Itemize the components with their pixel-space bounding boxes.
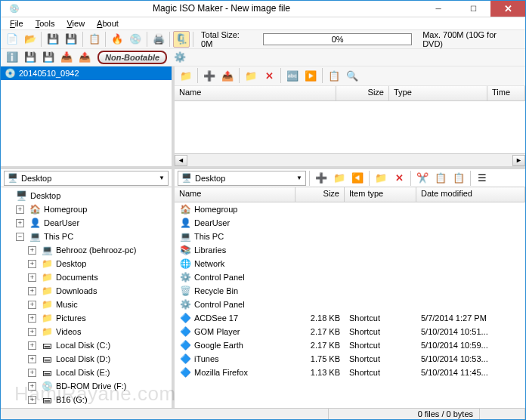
tree-item[interactable]: Desktop (1, 189, 172, 202)
list-item[interactable]: ACDSee 172.18 KBShortcut5/7/2014 1:27 PM (175, 311, 525, 325)
rename-button[interactable]: 🔤 (284, 67, 301, 84)
up-folder-button[interactable]: 📁 (178, 67, 194, 84)
bootinfo-button[interactable]: ℹ️ (4, 49, 20, 66)
open-button[interactable]: 📂 (22, 31, 39, 48)
expand-icon[interactable]: + (28, 260, 36, 268)
extract-button[interactable]: 📤 (219, 67, 236, 84)
tree-item[interactable]: −This PC (1, 230, 172, 243)
tree-item[interactable]: +Documents (1, 270, 172, 284)
col-type[interactable]: Type (389, 86, 487, 100)
list-item[interactable]: DearUser (175, 216, 525, 230)
tree-item[interactable]: +Homegroup (1, 202, 172, 216)
expand-icon[interactable]: + (28, 382, 36, 391)
fs-tree-body[interactable]: Desktop+Homegroup+DearUser−This PC+Behro… (1, 187, 172, 408)
expand-icon[interactable]: − (16, 233, 24, 241)
expand-icon[interactable]: + (28, 273, 36, 282)
tree-item[interactable]: +Music (1, 298, 172, 311)
delete-fs-button[interactable]: ✕ (391, 170, 407, 187)
back-button[interactable]: ◀️ (349, 170, 366, 187)
up-button[interactable]: 📁 (331, 170, 348, 187)
col-name[interactable]: Name (175, 86, 336, 100)
new-button[interactable]: 📄 (4, 31, 20, 48)
expand-icon[interactable]: + (28, 314, 36, 323)
list-item[interactable]: Libraries (175, 243, 525, 257)
list-item[interactable]: Recycle Bin (175, 284, 525, 298)
chevron-down-icon[interactable]: ▼ (159, 174, 165, 181)
maximize-button[interactable]: ☐ (456, 1, 490, 17)
view-button[interactable]: ▶️ (302, 67, 319, 84)
menu-view[interactable]: View (62, 17, 89, 29)
col-name[interactable]: Name (175, 187, 295, 202)
list-item[interactable]: Network (175, 257, 525, 270)
new-folder-button[interactable]: 📁 (243, 67, 259, 84)
col-itemtype[interactable]: Item type (345, 187, 416, 202)
print-button[interactable]: 🖨️ (150, 31, 167, 48)
fs-list-body[interactable]: HomegroupDearUserThis PCLibrariesNetwork… (175, 202, 525, 408)
boot-badge[interactable]: Non-Bootable (97, 51, 167, 64)
scroll-right-icon[interactable]: ► (512, 155, 525, 166)
scroll-left-icon[interactable]: ◄ (175, 155, 187, 166)
list-item[interactable]: Control Panel (175, 270, 525, 284)
col-date[interactable]: Date modified (416, 187, 525, 202)
list-item[interactable]: Google Earth2.17 KBShortcut5/10/2014 10:… (175, 338, 525, 352)
list-item[interactable]: Control Panel (175, 298, 525, 311)
paste-button[interactable]: 📋 (450, 170, 467, 187)
col-time[interactable]: Time (487, 86, 525, 100)
tree-item[interactable]: +Desktop (1, 257, 172, 270)
cd-button[interactable]: 💿 (127, 31, 144, 48)
compress-button[interactable]: 🗜️ (173, 31, 190, 48)
floppy-a-button[interactable]: 💾 (22, 49, 39, 66)
list-item[interactable]: iTunes1.75 KBShortcut5/10/2014 10:53... (175, 352, 525, 366)
copy-button[interactable]: 📋 (432, 170, 449, 187)
expand-icon[interactable]: + (28, 328, 36, 336)
close-button[interactable]: ✕ (490, 1, 525, 17)
save-boot-button[interactable]: 📤 (76, 49, 93, 66)
save-button[interactable]: 💾 (45, 31, 61, 48)
tree-item[interactable]: +Local Disk (E:) (1, 366, 172, 379)
tree-item[interactable]: +Local Disk (D:) (1, 352, 172, 366)
cut-button[interactable]: ✂️ (414, 170, 431, 187)
menu-file[interactable]: File (5, 17, 28, 29)
expand-icon[interactable]: + (28, 246, 36, 255)
delete-button[interactable]: ✕ (261, 67, 277, 84)
list-item[interactable]: GOM Player2.17 KBShortcut5/10/2014 10:51… (175, 325, 525, 338)
chevron-down-icon[interactable]: ▼ (296, 174, 302, 181)
tree-item[interactable]: +BD-ROM Drive (F:) (1, 379, 172, 393)
expand-icon[interactable]: + (28, 369, 36, 377)
saveas-button[interactable]: 💾 (63, 31, 79, 48)
image-list-hscroll[interactable]: ◄ ► (175, 153, 525, 166)
list-view-button[interactable]: ☰ (474, 170, 490, 187)
new-folder-fs-button[interactable]: 📁 (373, 170, 389, 187)
burn-button[interactable]: 🔥 (109, 31, 125, 48)
tree-item[interactable]: +Pictures (1, 311, 172, 325)
expand-icon[interactable]: + (16, 205, 24, 214)
tree-item[interactable]: +Videos (1, 325, 172, 338)
load-boot-button[interactable]: 📥 (58, 49, 75, 66)
tree-item[interactable]: +Local Disk (C:) (1, 338, 172, 352)
tree-item[interactable]: +Behrooz (behrooz-pc) (1, 243, 172, 257)
list-item[interactable]: Mozilla Firefox1.13 KBShortcut5/10/2014 … (175, 366, 525, 379)
expand-icon[interactable]: + (28, 301, 36, 309)
fs-tree-path[interactable]: Desktop ▼ (4, 171, 169, 186)
col-size[interactable]: Size (295, 187, 345, 202)
expand-icon[interactable]: + (28, 396, 36, 404)
menu-tools[interactable]: Tools (31, 17, 60, 29)
properties-button[interactable]: 📋 (86, 31, 103, 48)
expand-icon[interactable]: + (28, 355, 36, 363)
list-item[interactable]: This PC (175, 230, 525, 243)
expand-icon[interactable]: + (16, 219, 24, 227)
fs-list-path[interactable]: Desktop ▼ (178, 171, 306, 186)
tree-item[interactable]: +DearUser (1, 216, 172, 230)
floppy-b-button[interactable]: 💾 (40, 49, 57, 66)
boot-options-button[interactable]: ⚙️ (172, 49, 188, 66)
add-button[interactable]: ➕ (201, 67, 218, 84)
image-tree-root[interactable]: 💿 20140510_0942 (1, 66, 172, 80)
tree-item[interactable]: +Downloads (1, 284, 172, 298)
menu-about[interactable]: About (92, 17, 123, 29)
add-to-image-button[interactable]: ➕ (313, 170, 330, 187)
props-button[interactable]: 📋 (326, 67, 342, 84)
expand-icon[interactable]: + (28, 287, 36, 295)
minimize-button[interactable]: ─ (421, 1, 456, 17)
image-list-body[interactable] (175, 101, 525, 154)
expand-icon[interactable]: + (28, 341, 36, 350)
